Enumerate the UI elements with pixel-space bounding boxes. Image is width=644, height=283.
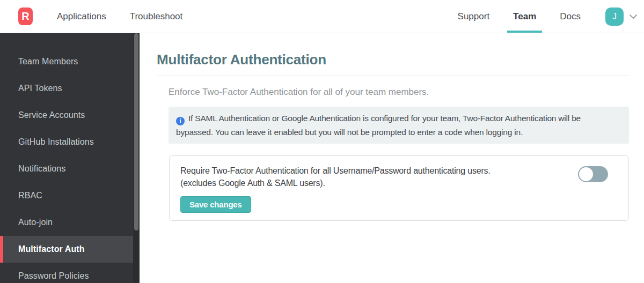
- nav-item[interactable]: Troubleshoot: [130, 0, 183, 33]
- alert-text-line2: bypassed. You can leave it enabled but y…: [176, 125, 621, 139]
- sidebar-item-label: Service Accounts: [18, 110, 85, 120]
- chevron-down-icon[interactable]: [628, 11, 639, 22]
- user-avatar[interactable]: J: [605, 8, 624, 26]
- nav-item-label: Docs: [560, 11, 581, 22]
- settings-sidebar: Team Members API Tokens Service Accounts…: [0, 33, 140, 283]
- sidebar-item[interactable]: Multifactor Auth: [0, 236, 133, 263]
- sidebar-item[interactable]: GitHub Installations: [0, 129, 140, 155]
- nav-item-label: Troubleshoot: [130, 11, 183, 22]
- title-divider: [157, 76, 629, 76]
- sidebar-item[interactable]: Notifications: [0, 155, 140, 182]
- secondary-nav: Support Team Docs J: [458, 0, 639, 33]
- sidebar-scrollbar-thumb[interactable]: [134, 33, 138, 230]
- nav-item[interactable]: Applications: [57, 0, 106, 33]
- alert-text-line1: If SAML Authentication or Google Authent…: [188, 114, 581, 123]
- page-title: Multifactor Authentication: [157, 51, 629, 68]
- nav-item[interactable]: Team: [513, 0, 536, 33]
- primary-nav: Applications Troubleshoot: [57, 0, 206, 33]
- setting-text-line2: (excludes Google Auth & SAML users).: [180, 177, 588, 189]
- sidebar-item-label: Notifications: [18, 164, 65, 174]
- nav-item-label: Support: [458, 11, 490, 22]
- mfa-section: Enforce Two-Factor Authentication for al…: [169, 87, 629, 221]
- sidebar-item[interactable]: RBAC: [0, 182, 140, 209]
- sidebar-item[interactable]: Password Policies: [0, 263, 140, 283]
- settings-nav: Team Members API Tokens Service Accounts…: [0, 33, 140, 283]
- main-content: Multifactor Authentication Enforce Two-F…: [140, 33, 644, 283]
- nav-item-label: Team: [513, 11, 536, 22]
- rollbar-logo[interactable]: R: [18, 8, 33, 25]
- info-icon: i: [176, 117, 185, 125]
- nav-item[interactable]: Support: [458, 0, 490, 33]
- nav-item-label: Applications: [57, 11, 106, 22]
- sidebar-item[interactable]: Team Members: [0, 48, 140, 75]
- require-2fa-card: Require Two-Factor Authentication for al…: [169, 155, 629, 221]
- sidebar-item[interactable]: API Tokens: [0, 75, 140, 102]
- section-description: Enforce Two-Factor Authentication for al…: [169, 87, 629, 98]
- saml-info-alert: iIf SAML Authentication or Google Authen…: [169, 107, 629, 144]
- require-2fa-toggle[interactable]: [578, 166, 608, 182]
- setting-text: Require Two-Factor Authentication for al…: [180, 165, 588, 189]
- sidebar-item-label: Team Members: [18, 57, 78, 66]
- top-navbar: R Applications Troubleshoot Support Team…: [0, 0, 644, 33]
- sidebar-item[interactable]: Auto-join: [0, 209, 140, 236]
- app-body: Team Members API Tokens Service Accounts…: [0, 33, 644, 283]
- setting-text-line1: Require Two-Factor Authentication for al…: [180, 165, 588, 177]
- sidebar-item[interactable]: Service Accounts: [0, 102, 140, 129]
- sidebar-item-label: Password Policies: [18, 271, 89, 281]
- nav-item[interactable]: Docs: [560, 0, 581, 33]
- sidebar-item-label: API Tokens: [18, 84, 62, 93]
- sidebar-item-label: Auto-join: [18, 218, 53, 227]
- save-changes-button[interactable]: Save changes: [180, 196, 251, 213]
- sidebar-item-label: GitHub Installations: [18, 137, 94, 147]
- toggle-knob: [579, 167, 593, 181]
- sidebar-item-label: RBAC: [18, 191, 42, 200]
- sidebar-item-label: Multifactor Auth: [18, 244, 85, 254]
